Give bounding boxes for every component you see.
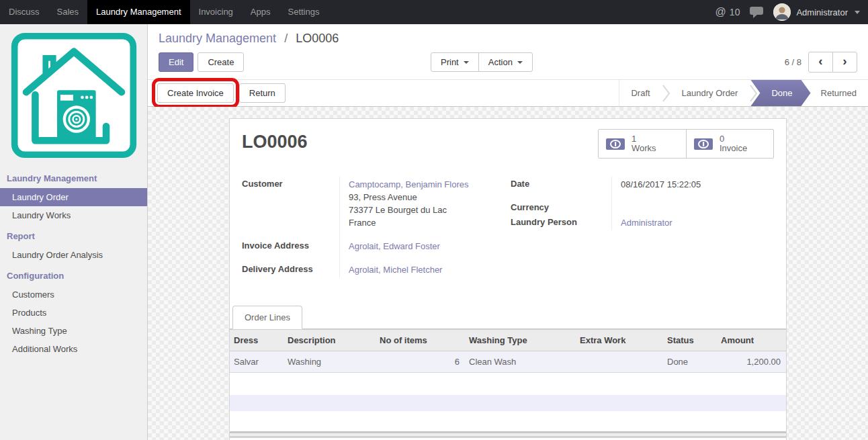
pager: 6 / 8 ‹ ›: [785, 52, 857, 73]
sheet-header: LO0006 1 Works 0: [230, 129, 786, 159]
print-action-group: Print Action: [431, 52, 533, 72]
record-sheet: LO0006 1 Works 0: [229, 118, 787, 440]
currency-value: [611, 192, 774, 215]
return-button[interactable]: Return: [239, 83, 286, 103]
customer-country: France: [349, 218, 376, 228]
customer-value: Camptocamp, Benjamin Flores 93, Press Av…: [339, 177, 511, 230]
breadcrumb-current: LO0006: [296, 32, 339, 45]
field-groups: Customer Camptocamp, Benjamin Flores 93,…: [230, 177, 786, 277]
caret-down-icon: [464, 61, 469, 64]
status-step-laundry-order[interactable]: Laundry Order: [670, 80, 750, 106]
col-washing-type: Washing Type: [465, 330, 576, 351]
nav-sales[interactable]: Sales: [48, 0, 88, 24]
create-button[interactable]: Create: [198, 52, 244, 72]
status-pipeline: Draft Laundry Order Done Returned: [619, 80, 868, 106]
currency-label: Currency: [511, 192, 611, 215]
cell-dress: Salvar: [230, 351, 284, 373]
pager-next-button[interactable]: ›: [832, 52, 857, 73]
user-menu[interactable]: Administrator: [773, 3, 860, 21]
col-description: Description: [284, 330, 376, 351]
customer-label: Customer: [242, 177, 339, 230]
top-navbar: Discuss Sales Laundry Management Invoici…: [0, 0, 868, 24]
sidebar-item-laundry-order-analysis[interactable]: Laundry Order Analysis: [0, 246, 147, 264]
sidebar-item-washing-type[interactable]: Washing Type: [0, 322, 147, 340]
chevron-right-icon: ›: [842, 54, 847, 69]
sidebar-item-laundry-works[interactable]: Laundry Works: [0, 206, 147, 224]
customer-city: 73377 Le Bourget du Lac: [349, 205, 447, 215]
messages-icon[interactable]: [749, 6, 764, 18]
cell-amount: 1,200.00: [717, 351, 786, 373]
action-dropdown-button[interactable]: Action: [478, 52, 533, 72]
laundry-house-logo-icon: [9, 31, 138, 160]
pager-counter: 6 / 8: [785, 57, 801, 67]
cell-no-of-items: 6: [376, 351, 465, 373]
col-extra-work: Extra Work: [576, 330, 663, 351]
chevron-separator-icon: [662, 80, 670, 106]
status-step-done[interactable]: Done: [750, 80, 810, 106]
status-step-returned[interactable]: Returned: [810, 80, 868, 106]
invoice-address-link[interactable]: Agrolait, Edward Foster: [349, 241, 440, 251]
cell-status: Done: [663, 351, 717, 373]
cell-washing-type: Clean Wash: [465, 351, 576, 373]
action-label: Action: [488, 57, 513, 67]
mention-count: 10: [730, 7, 740, 17]
stat-button-group: 1 Works 0 Invoice: [598, 129, 774, 159]
sidebar-section-configuration: Configuration: [0, 264, 147, 285]
money-icon: [693, 138, 713, 150]
edit-create-group: Edit Create: [159, 52, 244, 72]
pager-buttons: ‹ ›: [808, 52, 857, 73]
sidebar-item-laundry-order[interactable]: Laundry Order: [0, 188, 147, 206]
avatar: [773, 3, 791, 21]
caret-down-icon: [855, 11, 860, 14]
stat-text: 1 Works: [632, 134, 656, 153]
customer-link[interactable]: Camptocamp, Benjamin Flores: [349, 179, 468, 189]
workflow-buttons: Create Invoice Return: [157, 83, 286, 103]
col-amount: Amount: [717, 330, 786, 351]
table-header-row: Dress Description No of items Washing Ty…: [230, 330, 786, 351]
field-group-left: Customer Camptocamp, Benjamin Flores 93,…: [242, 177, 511, 277]
empty-list-row: [230, 395, 786, 411]
works-count: 1: [632, 134, 636, 144]
invoice-stat-button[interactable]: 0 Invoice: [686, 130, 773, 158]
breadcrumb-separator: /: [284, 32, 288, 45]
delivery-address-link[interactable]: Agrolait, Michel Fletcher: [349, 265, 442, 275]
create-invoice-button[interactable]: Create Invoice: [157, 83, 234, 103]
nav-invoicing[interactable]: Invoicing: [190, 0, 242, 24]
table-row[interactable]: Salvar Washing 6 Clean Wash Done 1,200.0…: [230, 351, 786, 373]
works-stat-button[interactable]: 1 Works: [599, 130, 686, 158]
nav-settings[interactable]: Settings: [279, 0, 328, 24]
invoice-address-label: Invoice Address: [242, 230, 339, 254]
col-status: Status: [663, 330, 717, 351]
main-layout: Laundry Management Laundry Order Laundry…: [0, 24, 868, 440]
nav-discuss[interactable]: Discuss: [0, 0, 48, 24]
tab-order-lines[interactable]: Order Lines: [232, 306, 302, 329]
horizontal-scrollbar[interactable]: [230, 431, 786, 438]
cell-description: Washing: [284, 351, 376, 373]
sidebar-item-additional-works[interactable]: Additional Works: [0, 340, 147, 358]
pager-previous-button[interactable]: ‹: [808, 52, 833, 73]
nav-laundry-management[interactable]: Laundry Management: [87, 0, 189, 24]
breadcrumb-parent-link[interactable]: Laundry Management: [159, 32, 276, 45]
tab-strip: Order Lines: [230, 306, 786, 329]
edit-button[interactable]: Edit: [159, 52, 193, 72]
works-label: Works: [632, 143, 656, 153]
laundry-person-link[interactable]: Administrator: [621, 218, 672, 228]
print-dropdown-button[interactable]: Print: [431, 52, 479, 72]
notebook: Order Lines Dress Description No of item…: [230, 306, 786, 373]
sidebar: Laundry Management Laundry Order Laundry…: [0, 24, 148, 440]
customer-street: 93, Press Avenue: [349, 192, 417, 202]
statusbar-row: Create Invoice Return Draft Laundry Orde…: [148, 79, 868, 107]
status-step-draft[interactable]: Draft: [619, 80, 661, 106]
sidebar-item-customers[interactable]: Customers: [0, 285, 147, 304]
mentions-counter[interactable]: @ 10: [715, 6, 740, 18]
sidebar-item-products[interactable]: Products: [0, 304, 147, 322]
stat-text: 0 Invoice: [720, 134, 747, 153]
laundry-person-label: Laundry Person: [511, 215, 611, 230]
field-group-right: Date 08/16/2017 15:22:05 Currency Laundr…: [511, 177, 774, 277]
col-no-of-items: No of items: [376, 330, 465, 351]
at-icon: @: [715, 6, 726, 18]
chevron-left-icon: ‹: [818, 54, 822, 69]
nav-apps[interactable]: Apps: [242, 0, 279, 24]
breadcrumb: Laundry Management / LO0006: [159, 24, 857, 52]
date-value: 08/16/2017 15:22:05: [611, 177, 774, 192]
